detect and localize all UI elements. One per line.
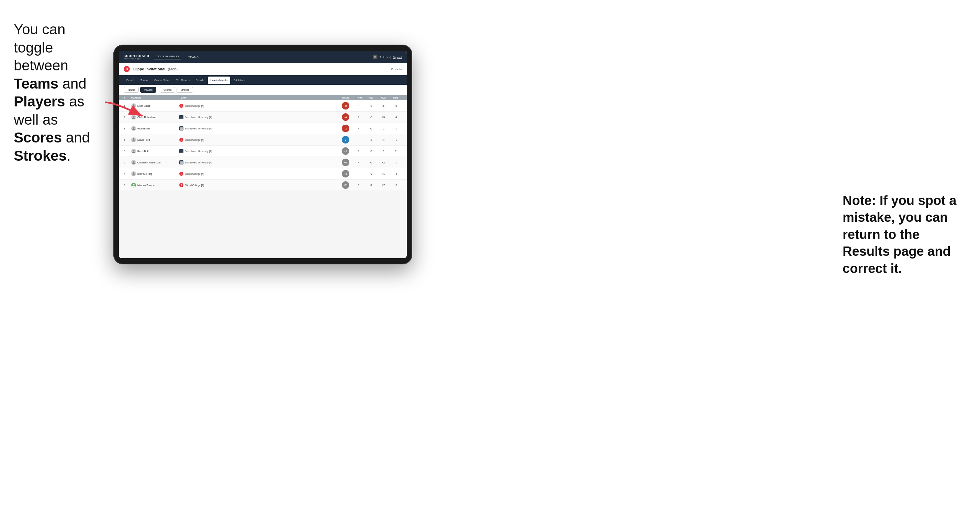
cancel-button[interactable]: Cancel × (391, 68, 402, 71)
team-name: Clippd College [A] (185, 105, 204, 107)
table-row[interactable]: 6 Cameron Robertson Scoreboard Universit… (119, 157, 407, 168)
team-name: Scoreboard University [A] (185, 127, 212, 130)
col-rank: 8 (124, 184, 131, 187)
tab-results[interactable]: Results (193, 76, 207, 84)
team-name: Scoreboard University [A] (185, 150, 212, 152)
table-body: 1 Elliot Ebert C Clippd College [A] -8 F… (119, 100, 407, 191)
col-header-rank: # (124, 97, 131, 99)
toggle-players[interactable]: Players (140, 87, 156, 93)
svg-point-16 (132, 152, 135, 153)
col-rd2: +1 (377, 172, 390, 175)
toggle-strokes[interactable]: Strokes (177, 87, 193, 93)
total-score-badge: -8 (342, 102, 349, 110)
player-name: Cameron Robertson (137, 161, 161, 164)
col-header-team: TEAM (179, 97, 234, 99)
nav-teams[interactable]: TEAMS (186, 56, 200, 59)
col-team: C Clippd College [A] (179, 104, 234, 108)
col-team: Scoreboard University [A] (179, 126, 234, 130)
svg-point-28 (132, 186, 135, 187)
table-row[interactable]: 3 Rich Butler Scoreboard University [A] … (119, 123, 407, 134)
col-team: C Clippd College [A] (179, 183, 234, 187)
table-row[interactable]: 5 Rees Britt Scoreboard University [A] +… (119, 146, 407, 157)
table-row[interactable]: 8 Marcus Turners C Clippd College [A] +1… (119, 179, 407, 191)
header-right: U Test User | Sign out (373, 55, 402, 59)
col-header-total: TOTAL (339, 97, 352, 99)
col-player: Cameron Robertson (131, 160, 179, 165)
tab-tee-groups[interactable]: Tee Groups (173, 76, 192, 84)
svg-rect-6 (180, 117, 183, 117)
col-player: Elliot Ebert (131, 103, 179, 108)
player-avatar (131, 137, 136, 142)
table-row[interactable]: 7 Blair McHarg C Clippd College [A] +8 F… (119, 168, 407, 179)
col-rd2: +7 (377, 184, 390, 187)
svg-rect-10 (180, 127, 183, 128)
col-rank: 5 (124, 150, 131, 153)
col-rd1: +5 (365, 161, 377, 164)
col-rd3: -4 (390, 116, 402, 119)
leaderboard-table: # PLAYER TEAM TOTAL THRU RD1 RD2 RD3 1 E… (119, 95, 407, 191)
table-row[interactable]: 4 David Ford C Clippd College [A] E F +1… (119, 134, 407, 146)
table-row[interactable]: 1 Elliot Ebert C Clippd College [A] -8 F… (119, 100, 407, 111)
team-logo-clippd: C (179, 138, 183, 142)
tab-teams[interactable]: Teams (138, 76, 151, 84)
col-rd1: +1 (365, 150, 377, 153)
tablet-screen: SCOREBOARD Powered by clippd TOURNAMENTS… (119, 51, 407, 258)
tab-details[interactable]: Details (124, 76, 137, 84)
table-row[interactable]: 2 Chris Robertson Scoreboard University … (119, 111, 407, 123)
right-annotation: Note: If you spot a mistake, you can ret… (843, 192, 966, 277)
col-thru: F (352, 138, 365, 141)
app-logo: SCOREBOARD Powered by clippd (124, 54, 150, 60)
tab-leaderboards[interactable]: Leaderboards (208, 76, 231, 84)
col-player: David Ford (131, 137, 179, 142)
col-team: Scoreboard University [A] (179, 149, 234, 153)
col-rank: 6 (124, 161, 131, 164)
col-rd1: -5 (365, 116, 377, 119)
team-name: Clippd College [A] (185, 139, 204, 141)
col-header-spacer (234, 97, 339, 99)
col-player: Marcus Turners (131, 183, 179, 187)
col-rank: 7 (124, 172, 131, 175)
team-logo-clippd: C (179, 183, 183, 187)
svg-point-13 (133, 138, 135, 140)
player-name: Marcus Turners (137, 184, 155, 187)
col-rd2: -4 (377, 138, 390, 141)
nav-tournaments[interactable]: TOURNAMENTS (154, 55, 181, 59)
col-rd2: E (377, 150, 390, 153)
team-name: Scoreboard University [A] (185, 116, 212, 119)
total-score-badge: -2 (342, 125, 349, 132)
col-player: Chris Robertson (131, 115, 179, 119)
svg-point-1 (133, 104, 135, 106)
col-rd2: +5 (377, 116, 390, 119)
toggle-scores[interactable]: Scores (160, 87, 175, 93)
col-thru: F (352, 116, 365, 119)
svg-rect-22 (180, 161, 183, 162)
team-logo-clippd: C (179, 171, 183, 176)
tab-course-setup[interactable]: Course Setup (151, 76, 173, 84)
col-rd1: +1 (365, 127, 377, 130)
col-rd3: +3 (390, 138, 402, 141)
col-rd3: -1 (390, 161, 402, 164)
player-avatar (131, 103, 136, 108)
col-thru: F (352, 127, 365, 130)
total-score-badge: +6 (342, 159, 349, 166)
svg-point-26 (132, 175, 135, 176)
svg-point-21 (132, 163, 135, 165)
app-header: SCOREBOARD Powered by clippd TOURNAMENTS… (119, 51, 407, 63)
total-score-badge: +1 (342, 147, 349, 155)
player-avatar (131, 149, 136, 154)
tab-printables[interactable]: Printables (231, 76, 248, 84)
player-name: Chris Robertson (137, 116, 156, 119)
svg-point-2 (132, 106, 135, 108)
col-rd2: -2 (377, 127, 390, 130)
col-header-rd3: RD3 (390, 97, 402, 99)
svg-point-4 (132, 118, 135, 119)
player-name: Blair McHarg (137, 172, 152, 175)
sign-out-link[interactable]: Sign out (393, 56, 402, 58)
toggle-teams[interactable]: Teams (124, 87, 139, 93)
svg-rect-19 (180, 152, 183, 152)
svg-point-9 (132, 129, 135, 130)
col-thru: F (352, 184, 365, 187)
col-team: Scoreboard University [A] (179, 115, 234, 119)
tablet-frame: SCOREBOARD Powered by clippd TOURNAMENTS… (113, 44, 412, 264)
col-player: Blair McHarg (131, 171, 179, 176)
